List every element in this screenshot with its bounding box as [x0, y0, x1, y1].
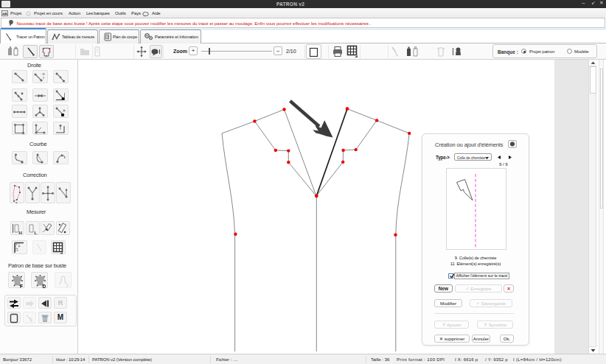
- svg-text:-α: -α: [41, 71, 45, 76]
- svg-text:P: P: [66, 284, 69, 288]
- svg-text:F: F: [20, 283, 23, 288]
- svg-text:H: H: [19, 230, 22, 234]
- svg-text:D: D: [43, 283, 46, 288]
- svg-text:3: 3: [16, 248, 18, 252]
- svg-text:L: L: [35, 230, 38, 234]
